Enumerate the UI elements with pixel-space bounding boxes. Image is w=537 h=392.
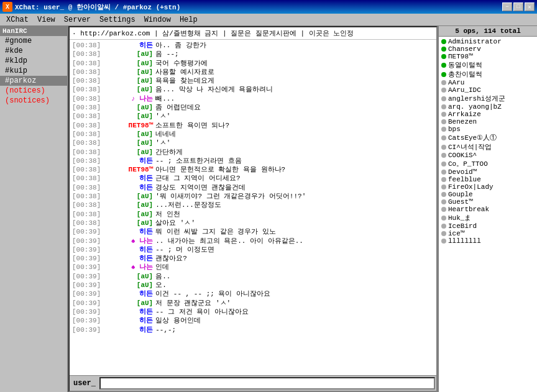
chat-message-line: [00:38]♪ 나는빼... — [72, 94, 434, 103]
user-list-item[interactable]: AAru — [440, 79, 536, 86]
user-status-dot — [441, 63, 446, 68]
msg-nick: [aU] — [103, 281, 153, 289]
user-list-item[interactable]: Heartbreak — [440, 206, 536, 213]
msg-time: [00:39] — [72, 299, 101, 308]
user-name-label: Gouple — [448, 191, 473, 198]
chat-message-line: [00:38]히든근대 그 지역이 어디세요? — [72, 174, 434, 183]
msg-text: 저 인천 — [155, 210, 180, 219]
msg-text: 괜찮아요? — [155, 254, 187, 263]
user-list-item[interactable]: Huk_ま — [440, 213, 536, 222]
user-status-dot — [441, 162, 446, 166]
msg-time: [00:38] — [72, 192, 101, 201]
sidebar-channel-notices[interactable]: (notices) — [0, 86, 67, 96]
chat-message-line: [00:38][aU]네네네 — [72, 130, 434, 139]
user-list-item[interactable]: Guest™ — [440, 198, 536, 206]
user-name-label: ice™ — [448, 230, 464, 237]
window-title: XChat: user_ @ 한아이알씨 / #parkoz (+stn) — [15, 2, 180, 12]
msg-text: .. 내가아는 최고의 욕은.. 아이 아유같은.. — [155, 237, 303, 245]
title-bar: X XChat: user_ @ 한아이알씨 / #parkoz (+stn) … — [0, 0, 537, 14]
msg-nick: [aU] — [103, 85, 153, 94]
menu-item-server[interactable]: Server — [60, 14, 94, 25]
msg-nick: 히든 — [103, 183, 153, 192]
user-status-dot — [441, 216, 446, 221]
menu-item-help[interactable]: Help — [176, 14, 201, 25]
user-name-label: CatsEye①人① — [448, 133, 497, 142]
user-name-label: Benezen — [448, 118, 477, 125]
msg-time: [00:39] — [72, 308, 101, 316]
sidebar-channel-parkoz[interactable]: #parkoz — [0, 76, 67, 86]
msg-time: [00:39] — [72, 289, 101, 298]
chat-area: · http://parkoz.com | 삼/즐변형채 금지 | 질문은 질문… — [68, 26, 438, 392]
sidebar-channel-kde[interactable]: #kde — [0, 46, 67, 56]
msg-nick: 히든 — [103, 227, 153, 236]
menu-item-view[interactable]: View — [34, 14, 59, 25]
minimize-button[interactable]: − — [502, 2, 512, 11]
user-list-item[interactable]: 동열이털썩 — [440, 60, 536, 70]
close-button[interactable]: ✕ — [525, 2, 535, 11]
menu-item-settings[interactable]: Settings — [96, 14, 139, 25]
user-name-label: COOKiS^ — [448, 152, 477, 159]
msg-time: [00:38] — [72, 148, 101, 157]
menu-item-window[interactable]: Window — [140, 14, 175, 25]
msg-time: [00:38] — [72, 210, 101, 219]
user-list-item[interactable]: bps — [440, 125, 536, 133]
user-list-item[interactable]: feelblue — [440, 176, 536, 183]
msg-text: 근대 그 지역이 어디세요? — [155, 174, 240, 183]
user-list-item[interactable]: ice™ — [440, 230, 536, 237]
msg-time: [00:38] — [72, 68, 101, 76]
chat-message-line: [00:38][aU]...저런...문장정도 — [72, 201, 434, 209]
user-list-item[interactable]: Administrator — [440, 38, 536, 45]
user-list-item[interactable]: arq. yaong|bZ — [440, 103, 536, 111]
user-list-item[interactable]: llllllll — [440, 237, 536, 245]
user-list-item[interactable]: anglershi성게군 — [440, 94, 536, 103]
menu-item-xchat[interactable]: XChat — [2, 14, 32, 25]
msg-time: [00:39] — [72, 227, 101, 236]
sidebar-channel-kldp[interactable]: #kldp — [0, 56, 67, 66]
msg-text: 저 문장 괜찮군요 'ㅅ' — [155, 299, 231, 308]
window-controls: − □ ✕ — [502, 2, 535, 11]
user-status-dot — [441, 88, 446, 93]
user-list-item[interactable]: Devoid™ — [440, 168, 536, 176]
user-list-item[interactable]: Benezen — [440, 118, 536, 125]
user-list-item[interactable]: AAru_IDC — [440, 86, 536, 94]
msg-time: [00:38] — [72, 50, 101, 58]
user-list-item[interactable]: FireOx|Lady — [440, 183, 536, 191]
user-list-item[interactable]: 총찬이털썩 — [440, 70, 536, 79]
user-status-dot — [441, 185, 446, 189]
msg-nick: ♠ 나는 — [103, 263, 153, 271]
user-status-dot — [441, 224, 446, 229]
msg-text: 'ㅅ' — [155, 139, 170, 147]
user-list-item[interactable]: IceBird — [440, 222, 536, 230]
msg-time: [00:38] — [72, 183, 101, 192]
chat-message-line: [00:38][aU]좀 어렵던데요 — [72, 103, 434, 112]
chat-input[interactable] — [99, 377, 435, 390]
app-icon: X — [2, 2, 12, 12]
msg-nick: ПЕТ98™ — [103, 121, 153, 130]
input-area: user_ — [70, 375, 436, 391]
user-list-item[interactable]: CI^녀석|작업 — [440, 142, 536, 152]
msg-nick: 히든 — [103, 326, 153, 334]
chat-message-line: [00:39][aU]음.. — [72, 272, 434, 281]
user-list-item[interactable]: Gouple — [440, 191, 536, 198]
msg-text: 좀 어렵던데요 — [155, 103, 201, 112]
sidebar-channel-gnome[interactable]: #gnome — [0, 36, 67, 46]
chat-message-line: [00:38]ПЕТ98™아니면 문헌적으로 확실한 욕을 원하나? — [72, 165, 434, 174]
user-list-item[interactable]: CatsEye①人① — [440, 133, 536, 142]
chat-message-line: [00:39]히든이건 -- , -- ;; 욕이 아니잖아요 — [72, 289, 434, 298]
user-list: AdministratorChanservПЕТ98™동열이털썩총찬이털썩AAr… — [439, 37, 537, 392]
user-status-dot — [441, 72, 446, 77]
user-list-item[interactable]: Arrkaize — [440, 111, 536, 118]
user-status-dot — [441, 153, 446, 158]
sidebar-channel-kuip[interactable]: #kuip — [0, 66, 67, 76]
user-name-label: anglershi성게군 — [448, 94, 505, 103]
user-status-dot — [441, 177, 446, 182]
user-name-label: Chanserv — [448, 45, 481, 53]
maximize-button[interactable]: □ — [513, 2, 523, 11]
msg-text: 음.. — [155, 272, 170, 281]
user-list-item[interactable]: Co。P_TTOO — [440, 159, 536, 168]
user-list-item[interactable]: COOKiS^ — [440, 152, 536, 159]
sidebar-channel-snotices[interactable]: (snotices) — [0, 96, 67, 106]
user-list-item[interactable]: ПЕТ98™ — [440, 53, 536, 60]
msg-time: [00:39] — [72, 281, 101, 289]
user-list-item[interactable]: Chanserv — [440, 45, 536, 53]
